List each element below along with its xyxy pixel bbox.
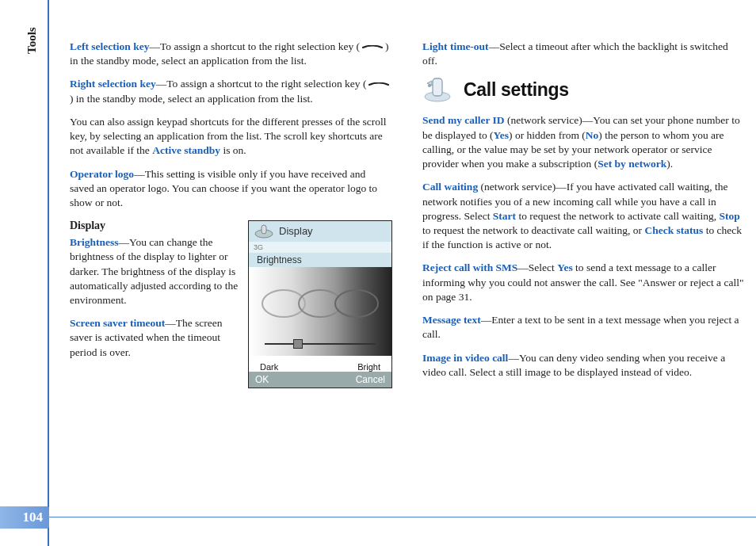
svg-point-4 [428, 84, 431, 87]
screenshot-titlebar: Display [249, 221, 391, 242]
screenshot-title: Display [279, 224, 313, 239]
setting-option: Check status [644, 224, 703, 236]
section-tab: Tools [24, 27, 40, 54]
para-reject-sms: Reject call with SMS—Select Yes to send … [422, 261, 745, 304]
display-section: Display 3G Brightness Dark Bright [70, 219, 392, 388]
screenshot-softkeys: OK Cancel [249, 372, 391, 388]
para-left-selection-key: Left selection key—To assign a shortcut … [70, 40, 392, 68]
text: to request the network to deactivate cal… [422, 224, 644, 236]
text: ) in the standby mode, select an applica… [70, 93, 313, 105]
selection-key-icon [368, 82, 390, 87]
para-right-selection-key: Right selection key—To assign a shortcut… [70, 77, 392, 105]
para-light-timeout: Light time-out—Select a timeout after wh… [422, 40, 745, 68]
brightness-slider-thumb [293, 339, 303, 349]
para-operator-logo: Operator logo—This setting is visible on… [70, 167, 392, 211]
slider-label-bright: Bright [357, 361, 380, 373]
setting-keyword: Active standby [152, 144, 220, 156]
setting-label: Send my caller ID [422, 114, 505, 126]
setting-option: Yes [557, 262, 573, 273]
setting-label: Reject call with SMS [422, 262, 517, 273]
heading-call-settings: Call settings [464, 78, 569, 102]
para-scroll-key: You can also assign keypad shortcuts for… [70, 115, 392, 158]
para-call-waiting: Call waiting (network service)—If you ha… [422, 180, 745, 252]
setting-label: Screen saver timeout [70, 317, 165, 329]
phone-settings-icon [422, 77, 452, 102]
screenshot-status: 3G [249, 242, 391, 253]
setting-label: Message text [422, 314, 481, 326]
setting-label: Brightness [70, 236, 119, 248]
text: —To assign a shortcut to the right selec… [156, 78, 367, 90]
display-icon [254, 224, 274, 239]
setting-label: Operator logo [70, 168, 134, 180]
bottom-rule [49, 517, 756, 518]
slider-label-dark: Dark [260, 361, 278, 373]
svg-rect-3 [433, 78, 442, 96]
call-settings-heading: Call settings [422, 77, 745, 102]
setting-option: Start [493, 210, 516, 222]
brightness-gradient [249, 267, 391, 356]
slider-labels: Dark Bright [249, 356, 391, 372]
ellipse-overlay [334, 289, 379, 318]
setting-label: Image in video call [422, 352, 508, 364]
left-rule [48, 0, 49, 546]
selection-key-icon [361, 45, 384, 50]
text: ) or hidden from ( [509, 129, 586, 141]
page-number: 104 [0, 506, 49, 529]
softkey-cancel: Cancel [356, 372, 385, 388]
text: —Select [517, 262, 557, 273]
brightness-slider-track [265, 343, 376, 345]
column-right: Light time-out—Select a timeout after wh… [422, 40, 745, 498]
column-left: Left selection key—To assign a shortcut … [70, 40, 392, 498]
content-columns: Left selection key—To assign a shortcut … [70, 40, 745, 498]
para-message-text: Message text—Enter a text to be sent in … [422, 313, 745, 342]
svg-rect-1 [262, 225, 266, 234]
brightness-screenshot: Display 3G Brightness Dark Bright [248, 220, 392, 388]
screenshot-tab: Brightness [249, 253, 391, 267]
para-send-caller-id: Send my caller ID (network service)—You … [422, 113, 745, 171]
text: to request the network to activate call … [516, 210, 719, 222]
text: ). [666, 158, 673, 170]
softkey-ok: OK [255, 372, 269, 388]
para-image-video-call: Image in video call—You can deny video s… [422, 351, 745, 380]
setting-option: Stop [720, 210, 740, 222]
text: is on. [220, 144, 246, 156]
setting-option: Set by network [598, 158, 666, 170]
setting-option: No [586, 129, 599, 141]
setting-label: Left selection key [70, 40, 149, 52]
text: —To assign a shortcut to the right selec… [149, 40, 360, 52]
setting-label: Call waiting [422, 181, 478, 193]
setting-option: Yes [494, 129, 510, 141]
setting-label: Right selection key [70, 78, 156, 90]
setting-label: Light time-out [422, 40, 489, 52]
